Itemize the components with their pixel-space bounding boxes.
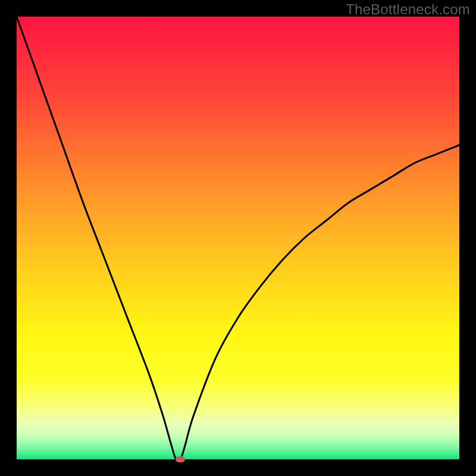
watermark-text: TheBottleneck.com — [346, 1, 470, 18]
bottleneck-marker — [176, 456, 185, 462]
chart-curve — [17, 17, 459, 459]
chart-frame — [17, 17, 459, 459]
